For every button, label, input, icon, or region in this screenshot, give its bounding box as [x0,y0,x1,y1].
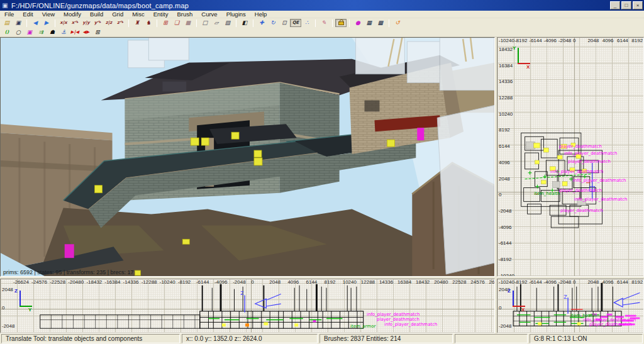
padlock-icon [338,21,344,25]
dark-tool-1-button[interactable]: ▦ [364,19,375,27]
ruler-tick: 2048 [587,279,602,285]
mirror-button[interactable]: ◀▶ [80,28,92,36]
patch-circle-button[interactable]: ○ [13,28,24,36]
rotate-tool-button[interactable]: ↻ [267,19,279,27]
vertex-tool-button[interactable]: ∴ [301,19,313,27]
y-axis-line [518,48,519,63]
app-icon: ▣ [1,2,9,9]
toolbar-secondary: ()○▣⇉☗⚓▶|◀◀▶⊠ [0,28,644,37]
texture-split-icon: ◧ [242,20,248,26]
minimize-button[interactable]: _ [610,1,620,9]
rotate-y-button[interactable]: y↷ [92,19,103,27]
menu-item[interactable]: Grid [108,11,128,18]
toolbar-separator [157,19,157,27]
ruler-tick: -10240 [499,38,514,43]
cube-solid-icon: ▧ [225,20,231,26]
open-file-button[interactable]: ▤ [1,19,13,27]
solid-brush-button[interactable]: ▧ [222,19,233,27]
flip-x-button[interactable]: x|x [58,19,69,27]
menu-item[interactable]: Help [250,11,272,18]
status-tool: Translate Tool: translate objects and co… [1,334,180,343]
anchor-icon: ⚓ [61,30,66,35]
menu-item[interactable]: Brush [172,11,197,18]
flip-y-button[interactable]: y|y [80,19,92,27]
entity-tool-button[interactable]: ♜ [131,19,143,27]
ruler-tick: -6144 [499,240,514,257]
crossed-box-icon: ⊠ [95,30,100,35]
redo-button[interactable]: ▶ [41,19,52,27]
texture-lock-button[interactable] [335,19,347,27]
side-yz-view-2d[interactable]: Z -26624-24576-22528-20480-18432-16384-1… [0,279,495,333]
ruler-tick: -4096 [214,279,233,285]
toolbar-separator [349,19,350,27]
ruler-tick: 4096 [499,160,514,176]
entity-label: info_player_deathmatch [573,179,626,183]
camera-3d-view[interactable]: prims: 6592 | states: 95 | transforms: 2… [0,37,495,277]
selection-grid-button[interactable]: ⊞ [160,19,171,27]
rotate-x-button[interactable]: x↷ [69,19,80,27]
cube-outline-icon: □ [203,20,208,26]
patch-texture-button[interactable]: ▣ [24,28,35,36]
dark-tool-2-button[interactable]: ▩ [375,19,386,27]
maximize-button[interactable]: □ [621,1,631,9]
menu-item[interactable]: Edit [18,11,37,18]
close-button[interactable]: × [633,1,643,9]
ruler-tick: -2048 [558,38,573,43]
entity-label: info_player_deathmatch [367,313,420,317]
green-parens-icon: () [5,30,9,35]
ruler-x: -10240-8192-6144-4096-204802048409661448… [499,38,644,43]
camera-tool-button[interactable]: ☗ [47,28,58,36]
ruler-tick: 16384 [397,279,416,285]
rotate-x-icon: x↷ [72,21,78,25]
flip-z-button[interactable]: z|z [103,19,114,27]
menu-item[interactable]: Misc [128,11,149,18]
qe-tool-button[interactable]: QE [290,19,301,27]
patch-arrows-button[interactable]: ⇉ [35,28,47,36]
axis-gizmo: Z Y [14,288,40,313]
clone-selection-button[interactable]: ❏ [171,19,182,27]
rotate-z-button[interactable]: z↷ [114,19,126,27]
translate-tool-button[interactable]: ✚ [256,19,267,27]
rotate-z-icon: z↷ [117,21,123,25]
ruler-tick: -10240 [499,279,514,285]
red-flip-out-icon: ◀▶ [83,30,90,35]
axis-gizmo: Y X [513,45,538,70]
entity-label: info_player_deathmatch [574,197,628,202]
texture-view-button[interactable]: ◧ [239,19,250,27]
patch-parens-button[interactable]: () [1,28,13,36]
menu-item[interactable]: Modify [59,11,86,18]
menu-item[interactable]: Entity [149,11,173,18]
toolbar-separator [332,19,333,27]
edit-brush-button[interactable]: ▱ [211,19,222,27]
deselect-button[interactable]: ■ [182,19,194,27]
ruler-tick: -2048 [499,208,514,225]
ruler-tick: 4096 [287,279,306,285]
entity-label: player_deathmatch [560,209,603,213]
top-xy-view-2d[interactable]: -10240-8192-6144-4096-204802048409661448… [497,37,644,277]
flip-x-icon: x|x [60,21,67,25]
refresh-button[interactable]: ↺ [392,19,403,27]
ruler-tick: -8192 [499,257,514,273]
ruler-tick: -6144 [196,279,214,285]
front-xz-view-2d[interactable]: Z -10240-8192-6144-4096-2048020484096614… [497,279,644,333]
green-arrows-icon: ⇉ [38,30,43,35]
brush-paint-button[interactable]: ✎ [318,19,330,27]
toolbar-separator [196,19,197,27]
no-clip-button[interactable]: ⊠ [92,28,103,36]
flip-horizontal-button[interactable]: ▶|◀ [69,28,80,36]
draw-brush-button[interactable]: □ [199,19,211,27]
menu-item[interactable]: Build [86,11,108,18]
flip-z-icon: z|z [106,21,113,25]
menu-item[interactable]: Curve [197,11,221,18]
entity-inspector-button[interactable]: ♞ [143,19,154,27]
drop-anchor-button[interactable]: ⚓ [58,28,69,36]
undo-button[interactable]: ◀ [30,19,41,27]
entity-label: player_deathmatch [589,323,632,327]
menu-item[interactable]: View [38,11,59,18]
save-file-button[interactable]: ▣ [13,19,24,27]
scale-tool-button[interactable]: ⊡ [279,19,290,27]
menu-item[interactable]: Plugins [222,11,250,18]
entity-sphere-button[interactable]: ● [352,19,364,27]
menu-item[interactable]: File [0,11,18,18]
ruler-tick: 22528 [452,279,470,285]
